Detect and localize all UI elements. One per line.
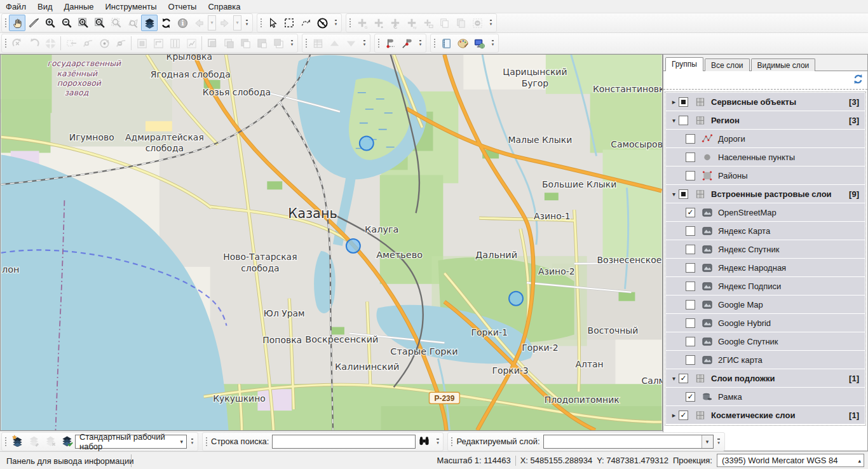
menu-item-5[interactable]: Отчеты bbox=[163, 1, 203, 13]
toolbar-overflow[interactable]: ▾ bbox=[288, 40, 295, 46]
toolbar-overflow[interactable]: ▾ bbox=[417, 40, 424, 46]
toolbar-grip[interactable] bbox=[4, 37, 7, 49]
layer-checkbox[interactable] bbox=[679, 97, 688, 107]
measure-tool[interactable] bbox=[25, 15, 42, 31]
network-button[interactable] bbox=[471, 35, 487, 51]
select-tool[interactable] bbox=[264, 15, 281, 31]
editable-layer-select[interactable]: ▾ bbox=[543, 435, 714, 449]
layer-group-row[interactable]: ▾✓Слои подложки[1] bbox=[666, 369, 865, 387]
map-point-marker[interactable] bbox=[360, 137, 374, 151]
layer-checkbox[interactable] bbox=[679, 189, 688, 199]
layer-row[interactable]: Дороги bbox=[666, 130, 865, 147]
workspace-select[interactable]: Стандартный рабочий набор ▾ bbox=[75, 435, 187, 449]
layer-row[interactable]: ✓Рамка bbox=[666, 388, 865, 405]
toolbar-overflow[interactable]: ▾ bbox=[434, 438, 441, 445]
zoom-window-out-tool[interactable] bbox=[92, 15, 108, 31]
layers-visibility-toggle[interactable] bbox=[141, 15, 158, 31]
layer-row[interactable]: Яндекс Спутник bbox=[666, 240, 865, 258]
workspace-save-button[interactable] bbox=[58, 433, 75, 450]
object-info-tool[interactable]: i bbox=[174, 15, 191, 31]
layer-checkbox[interactable]: ✓ bbox=[679, 374, 688, 383]
pan-tool[interactable] bbox=[9, 15, 25, 31]
layer-checkbox[interactable]: ✓ bbox=[686, 208, 695, 217]
toolbar-grip[interactable] bbox=[304, 37, 308, 49]
layer-group-row[interactable]: ▾Встроенные растровые слои[9] bbox=[666, 185, 865, 203]
clear-selection-button[interactable] bbox=[314, 15, 330, 31]
zoom-in-tool[interactable] bbox=[42, 15, 58, 31]
snap-start-button[interactable] bbox=[382, 35, 398, 51]
layer-row[interactable]: Яндекс Подписи bbox=[666, 277, 865, 295]
search-input[interactable] bbox=[272, 435, 416, 449]
tab-groups[interactable]: Группы bbox=[665, 57, 703, 71]
layer-checkbox[interactable]: ✓ bbox=[679, 411, 688, 420]
toolbar-overflow[interactable]: ▾ bbox=[487, 20, 494, 26]
layer-row[interactable]: Google Спутник bbox=[666, 332, 865, 350]
tab-visible-layers[interactable]: Видимые слои bbox=[751, 58, 816, 71]
refresh-map-button[interactable] bbox=[158, 15, 174, 31]
layer-row[interactable]: 2ГИС карта bbox=[666, 351, 865, 369]
layer-row[interactable]: Яндекс Карта bbox=[666, 222, 865, 240]
tab-all-layers[interactable]: Все слои bbox=[705, 58, 750, 71]
toolbar-grip[interactable] bbox=[4, 17, 7, 29]
layer-checkbox[interactable] bbox=[686, 282, 695, 291]
find-button[interactable] bbox=[416, 433, 432, 450]
toolbar-overflow[interactable]: ▾ bbox=[189, 438, 196, 445]
layer-row[interactable]: Районы bbox=[666, 167, 865, 184]
layer-group-row[interactable]: ▾Регион[3] bbox=[666, 111, 865, 129]
layer-group-row[interactable]: ▸Сервисные объекты[3] bbox=[666, 93, 865, 111]
map-point-marker[interactable] bbox=[509, 292, 523, 306]
chevron-right-icon[interactable]: ▸ bbox=[669, 411, 679, 419]
toolbar-grip[interactable] bbox=[259, 17, 262, 29]
workspace-new-button[interactable] bbox=[9, 433, 25, 450]
layer-row[interactable]: ✓OpenStreetMap bbox=[666, 203, 865, 221]
toolbar-grip[interactable] bbox=[348, 17, 351, 29]
layer-row[interactable]: Населенные пункты bbox=[666, 148, 865, 166]
layer-checkbox[interactable]: ✓ bbox=[686, 392, 695, 402]
menu-item-6[interactable]: Справка bbox=[202, 1, 246, 13]
layer-row[interactable]: Google Hybrid bbox=[666, 314, 865, 332]
chevron-down-icon[interactable]: ▾ bbox=[669, 191, 679, 198]
toolbar-grip[interactable] bbox=[377, 37, 380, 49]
layer-checkbox[interactable] bbox=[686, 245, 695, 254]
menu-item-2[interactable]: Вид bbox=[32, 1, 58, 13]
layer-checkbox[interactable] bbox=[686, 355, 695, 365]
zoom-window-in-tool[interactable] bbox=[75, 15, 92, 31]
chevron-right-icon[interactable]: ▸ bbox=[669, 98, 679, 106]
toolbar-overflow[interactable]: ▾ bbox=[489, 40, 496, 46]
layer-checkbox[interactable] bbox=[686, 226, 695, 236]
toolbar-grip[interactable] bbox=[433, 37, 436, 49]
layer-checkbox[interactable] bbox=[686, 263, 695, 273]
layer-checkbox[interactable] bbox=[686, 318, 695, 328]
toolbar-overflow[interactable]: ▾ bbox=[361, 40, 368, 46]
select-rectangle-tool[interactable] bbox=[281, 15, 297, 31]
layer-row[interactable]: Яндекс Народная bbox=[666, 259, 865, 276]
chevron-down-icon[interactable]: ▾ bbox=[669, 117, 679, 124]
menu-item-4[interactable]: Инструменты bbox=[99, 1, 162, 13]
history-back-button-dropdown[interactable]: ▾ bbox=[208, 15, 216, 31]
menu-item-1[interactable]: Файл bbox=[0, 1, 32, 13]
layer-filter-input[interactable] bbox=[665, 73, 851, 87]
layer-group-row[interactable]: ▸✓Косметические слои[1] bbox=[666, 406, 865, 424]
layer-checkbox[interactable] bbox=[679, 116, 688, 125]
layer-row[interactable]: Google Map bbox=[666, 296, 865, 313]
toolbar-overflow[interactable]: ▾ bbox=[243, 20, 250, 26]
map-point-marker[interactable] bbox=[346, 239, 360, 253]
layer-checkbox[interactable] bbox=[686, 300, 695, 309]
menu-item-3[interactable]: Данные bbox=[58, 1, 100, 13]
toolbar-overflow[interactable]: ▾ bbox=[715, 438, 722, 445]
map-canvas[interactable]: Р-239 государственныйказённыйпороховойза… bbox=[0, 54, 663, 431]
chevron-down-icon[interactable]: ▾ bbox=[669, 375, 679, 382]
style-palette-button[interactable] bbox=[454, 35, 471, 51]
projection-select[interactable]: (3395) World Mercator WGS 84 ▴ bbox=[717, 454, 864, 467]
toolbar-overflow[interactable]: ▾ bbox=[332, 20, 339, 26]
snap-end-button[interactable] bbox=[398, 35, 415, 51]
layer-checkbox[interactable] bbox=[686, 153, 695, 162]
layer-checkbox[interactable] bbox=[686, 337, 695, 346]
refresh-layers-button[interactable] bbox=[851, 73, 865, 87]
notebook-button[interactable] bbox=[438, 35, 454, 51]
layer-checkbox[interactable] bbox=[686, 134, 695, 144]
zoom-out-tool[interactable] bbox=[58, 15, 75, 31]
layer-checkbox[interactable] bbox=[686, 171, 695, 180]
history-forward-button-dropdown[interactable]: ▾ bbox=[233, 15, 241, 31]
select-polygon-tool[interactable] bbox=[297, 15, 314, 31]
